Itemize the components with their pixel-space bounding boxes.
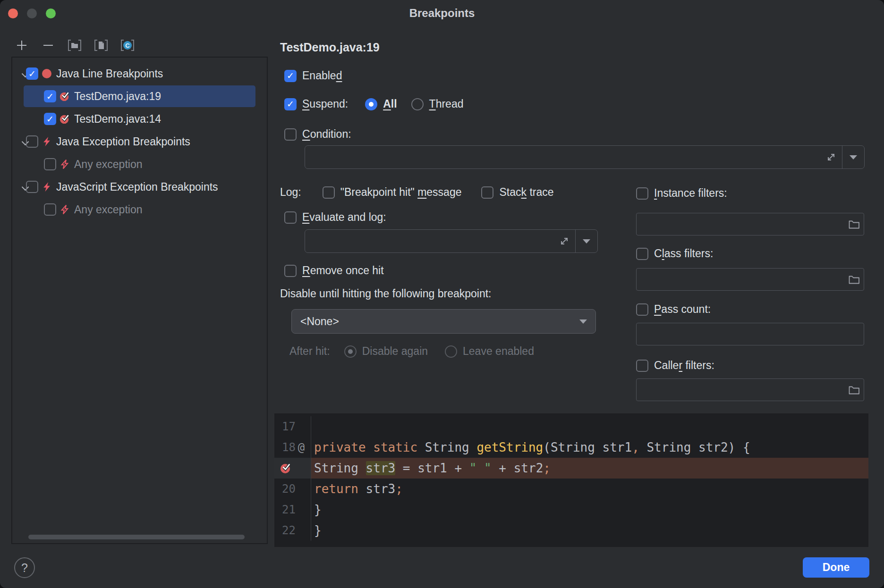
code-line-19: String str3 = str1 + " " + str2; (274, 458, 868, 479)
caller-checkbox[interactable] (636, 360, 648, 372)
tree-item-checkbox[interactable] (44, 203, 56, 216)
title-bar: Breakpoints (0, 0, 884, 26)
tree-item-checkbox[interactable] (26, 67, 38, 80)
enabled-checkbox[interactable] (284, 70, 297, 82)
help-button[interactable]: ? (14, 557, 35, 578)
condition-label: Condition: (302, 128, 351, 141)
group-by-class-icon[interactable]: C (120, 38, 135, 53)
folder-icon[interactable] (845, 385, 864, 395)
disable-until-combobox[interactable]: <None> (291, 309, 596, 334)
tree-item-checkbox[interactable] (44, 90, 56, 102)
pass-field[interactable] (636, 323, 864, 345)
tree-item-label: TestDemo.java:19 (74, 90, 161, 103)
gutter: 21 (274, 499, 311, 520)
gutter: 22 (274, 520, 311, 541)
tree-horizontal-scrollbar[interactable] (28, 535, 245, 539)
breakpoints-tree-panel: Java Line BreakpointsTestDemo.java:19Tes… (11, 57, 268, 544)
class-filter-row: Class filters: (636, 247, 713, 260)
evaluate-field[interactable] (305, 229, 598, 253)
group-by-file-icon[interactable] (94, 38, 109, 53)
folder-icon[interactable] (845, 274, 864, 285)
evaluate-and-log-label: Evaluate and log: (302, 211, 386, 224)
tree-item-checkbox[interactable] (26, 181, 38, 193)
gutter: 18@ (274, 437, 311, 458)
breakpoint-dot-icon (42, 68, 52, 79)
class-field[interactable] (636, 268, 864, 291)
tree-item-checkbox[interactable] (26, 135, 38, 148)
suspend-thread-radio[interactable] (411, 98, 424, 110)
condition-history-dropdown[interactable] (842, 146, 864, 168)
after-hit-row: After hit: Disable again Leave enabled (289, 345, 534, 358)
log-label: Log: (280, 186, 301, 199)
pass-label: Pass count: (654, 303, 711, 316)
code-text: String str3 = str1 + " " + str2; (311, 458, 868, 479)
condition-row: Condition: (284, 128, 351, 141)
tree-row-javascript-exception-breakpoints[interactable]: JavaScript Exception Breakpoints (12, 176, 267, 198)
code-text: private static String getString(String s… (311, 437, 868, 458)
tree-item-label: Any exception (74, 158, 142, 171)
code-line-20: 20 return str3; (274, 479, 868, 499)
help-icon: ? (21, 561, 28, 575)
tree-row-java-line-breakpoints[interactable]: Java Line Breakpoints (12, 62, 267, 85)
tree-row-any-exception[interactable]: Any exception (12, 153, 267, 176)
tree-item-label: JavaScript Exception Breakpoints (56, 181, 218, 193)
code-text: } (311, 499, 868, 520)
stack-trace-checkbox[interactable] (481, 186, 493, 199)
expand-editor-icon[interactable] (553, 236, 575, 246)
gutter-breakpoint-icon[interactable] (274, 458, 311, 479)
code-line-21: 21 } (274, 499, 868, 520)
enabled-label: Enabled (302, 69, 342, 82)
remove-once-hit-label: Remove once hit (302, 264, 384, 277)
evaluate-history-dropdown[interactable] (575, 230, 597, 252)
tree-item-label: Java Line Breakpoints (56, 67, 163, 80)
leave-enabled-radio (445, 345, 457, 358)
breakpoint-detail-title: TestDemo.java:19 (280, 41, 380, 54)
svg-text:C: C (125, 42, 130, 49)
tree-row-testdemo-java-14[interactable]: TestDemo.java:14 (12, 108, 267, 130)
remove-icon[interactable] (41, 38, 56, 53)
tree-item-checkbox[interactable] (44, 158, 56, 170)
disable-again-label: Disable again (362, 345, 428, 358)
suspend-checkbox[interactable] (284, 98, 297, 110)
class-checkbox[interactable] (636, 248, 648, 260)
instance-field[interactable] (636, 213, 864, 235)
code-line-17: 17 (274, 416, 868, 437)
bolt-icon (42, 182, 52, 192)
condition-field[interactable] (305, 145, 865, 169)
suspend-thread-label: Thread (429, 98, 464, 110)
expand-editor-icon[interactable] (820, 152, 842, 162)
caller-filter-row: Caller filters: (636, 359, 714, 372)
folder-icon[interactable] (845, 219, 864, 229)
breakpoint-hit-message-checkbox[interactable] (323, 186, 335, 199)
tree-item-label: Any exception (74, 203, 142, 216)
tree-row-any-exception[interactable]: Any exception (12, 198, 267, 221)
tree-row-java-exception-breakpoints[interactable]: Java Exception Breakpoints (12, 130, 267, 153)
group-by-package-icon[interactable] (67, 38, 82, 53)
caller-field[interactable] (636, 378, 864, 401)
condition-checkbox[interactable] (284, 128, 297, 141)
instance-filter-row: Instance filters: (636, 187, 727, 200)
pass-checkbox[interactable] (636, 303, 648, 316)
remove-once-row: Remove once hit (284, 264, 384, 277)
instance-label: Instance filters: (654, 187, 727, 200)
caller-label: Caller filters: (654, 359, 714, 372)
gutter: 17 (274, 416, 311, 437)
evaluate-and-log-checkbox[interactable] (284, 211, 297, 224)
tree-toolbar: C (14, 38, 135, 53)
suspend-all-radio[interactable] (365, 98, 377, 110)
disable-until-label: Disable until hitting the following brea… (280, 287, 492, 300)
bolt-outline-icon (60, 159, 70, 169)
remove-once-hit-checkbox[interactable] (284, 265, 297, 277)
window-title: Breakpoints (0, 7, 884, 20)
breakpoint-check-icon (60, 114, 70, 124)
pass-filter-row: Pass count: (636, 303, 711, 316)
tree-item-checkbox[interactable] (44, 113, 56, 125)
add-icon[interactable] (14, 38, 29, 53)
tree-row-testdemo-java-19[interactable]: TestDemo.java:19 (12, 85, 267, 108)
chevron-down-icon (579, 319, 587, 324)
annotation-marker: @ (296, 441, 307, 454)
enabled-row: Enabled (284, 69, 342, 82)
code-text: return str3; (311, 479, 868, 499)
instance-checkbox[interactable] (636, 187, 648, 200)
done-button[interactable]: Done (803, 557, 869, 578)
